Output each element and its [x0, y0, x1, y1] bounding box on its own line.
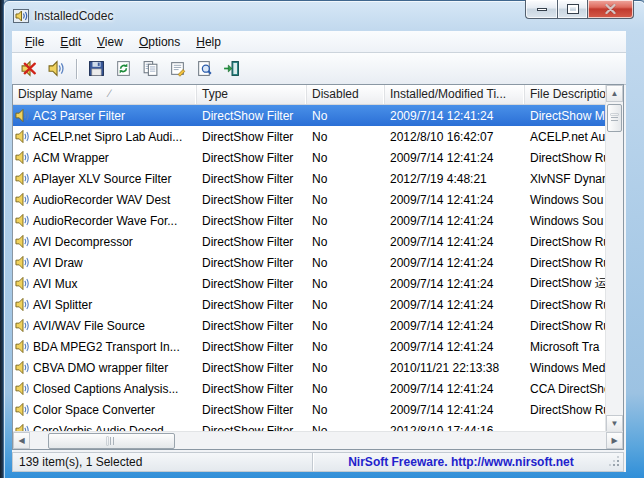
minimize-icon: [537, 8, 547, 11]
cell-installed: 2009/7/14 12:41:24: [385, 382, 525, 396]
codec-name: AudioRecorder Wave For...: [33, 214, 177, 228]
nirsoft-freeware-link[interactable]: NirSoft Freeware. http://www.nirsoft.net: [313, 455, 609, 469]
speaker-icon: [15, 339, 30, 354]
cell-type: DirectShow Filter: [197, 319, 307, 333]
table-body: AC3 Parser FilterDirectShow FilterNo2009…: [13, 105, 623, 435]
horizontal-scrollbar[interactable]: ◀ ▶: [13, 431, 623, 449]
table-row[interactable]: Closed Captions Analysis...DirectShow Fi…: [13, 378, 623, 399]
cell-installed: 2009/7/14 12:41:24: [385, 109, 525, 123]
speaker-icon: [15, 360, 30, 375]
scroll-right-button[interactable]: ▶: [606, 432, 623, 449]
menu-help[interactable]: Help: [188, 32, 229, 52]
item-count-status: 139 item(s), 1 Selected: [13, 453, 313, 471]
speaker-icon: [15, 297, 30, 312]
codec-name: AC3 Parser Filter: [33, 109, 125, 123]
table-row[interactable]: AVI MuxDirectShow FilterNo2009/7/14 12:4…: [13, 273, 623, 294]
speaker-muted-icon: [21, 60, 38, 77]
save-report-button[interactable]: [85, 57, 108, 80]
toolbar: [12, 53, 626, 85]
maximize-icon: [568, 5, 578, 13]
column-header-display-name[interactable]: Display Name∕: [13, 85, 197, 104]
speaker-icon: [15, 150, 30, 165]
cell-disabled: No: [307, 403, 385, 417]
cell-type: DirectShow Filter: [197, 403, 307, 417]
maximize-button[interactable]: [557, 0, 588, 19]
table-row[interactable]: CBVA DMO wrapper filterDirectShow Filter…: [13, 357, 623, 378]
vertical-scrollbar[interactable]: ▲ ▼: [605, 85, 623, 432]
cell-disabled: No: [307, 361, 385, 375]
codec-name: Closed Captions Analysis...: [33, 382, 178, 396]
window-controls: [525, 0, 634, 19]
scroll-left-button[interactable]: ◀: [13, 432, 30, 449]
cell-type: DirectShow Filter: [197, 172, 307, 186]
column-header-type[interactable]: Type: [197, 85, 307, 104]
column-header-label: Display Name: [18, 87, 93, 104]
menu-file[interactable]: File: [17, 32, 52, 52]
table-row[interactable]: APlayer XLV Source FilterDirectShow Filt…: [13, 168, 623, 189]
cell-display-name: AVI Mux: [13, 276, 197, 291]
vertical-scroll-thumb[interactable]: [607, 104, 622, 132]
cell-installed: 2010/11/21 22:13:38: [385, 361, 525, 375]
table-row[interactable]: AudioRecorder Wave For...DirectShow Filt…: [13, 210, 623, 231]
scroll-up-button[interactable]: ▲: [606, 85, 623, 102]
speaker-icon: [15, 381, 30, 396]
speaker-icon: [15, 129, 30, 144]
cell-type: DirectShow Filter: [197, 277, 307, 291]
cell-installed: 2012/7/19 4:48:21: [385, 172, 525, 186]
copy-button[interactable]: [139, 57, 162, 80]
cell-display-name: AC3 Parser Filter: [13, 108, 197, 123]
menu-options[interactable]: Options: [131, 32, 188, 52]
table-row[interactable]: AVI DrawDirectShow FilterNo2009/7/14 12:…: [13, 252, 623, 273]
title-bar[interactable]: InstalledCodec: [4, 1, 644, 31]
codec-name: AVI/WAV File Source: [33, 319, 145, 333]
codec-name: AVI Splitter: [33, 298, 92, 312]
enable-selected-codec-button[interactable]: [45, 57, 68, 80]
disable-selected-codec-button[interactable]: [18, 57, 41, 80]
cell-display-name: Color Space Converter: [13, 402, 197, 417]
menu-edit[interactable]: Edit: [52, 32, 89, 52]
status-bar: 139 item(s), 1 Selected NirSoft Freeware…: [12, 452, 624, 472]
table-row[interactable]: AVI/WAV File SourceDirectShow FilterNo20…: [13, 315, 623, 336]
scroll-down-button[interactable]: ▼: [606, 415, 623, 432]
find-button[interactable]: [193, 57, 216, 80]
horizontal-scroll-thumb[interactable]: [48, 433, 175, 449]
refresh-button[interactable]: [112, 57, 135, 80]
cell-disabled: No: [307, 193, 385, 207]
speaker-icon: [15, 171, 30, 186]
table-row[interactable]: AVI SplitterDirectShow FilterNo2009/7/14…: [13, 294, 623, 315]
table-row[interactable]: ACM WrapperDirectShow FilterNo2009/7/14 …: [13, 147, 623, 168]
column-header-label: Type: [202, 87, 228, 104]
cell-type: DirectShow Filter: [197, 214, 307, 228]
properties-button[interactable]: [166, 57, 189, 80]
table-row[interactable]: ACELP.net Sipro Lab Audi...DirectShow Fi…: [13, 126, 623, 147]
table-row[interactable]: BDA MPEG2 Transport In...DirectShow Filt…: [13, 336, 623, 357]
cell-type: DirectShow Filter: [197, 298, 307, 312]
cell-disabled: No: [307, 214, 385, 228]
cell-disabled: No: [307, 235, 385, 249]
cell-installed: 2009/7/14 12:41:24: [385, 403, 525, 417]
speaker-icon: [15, 276, 30, 291]
horizontal-scroll-track[interactable]: [30, 432, 606, 449]
cell-display-name: AVI Draw: [13, 255, 197, 270]
codec-name: Color Space Converter: [33, 403, 155, 417]
cell-type: DirectShow Filter: [197, 235, 307, 249]
menu-view[interactable]: View: [89, 32, 131, 52]
column-header-installed-modified-ti-[interactable]: Installed/Modified Ti...: [385, 85, 525, 104]
table-row[interactable]: AudioRecorder WAV DestDirectShow FilterN…: [13, 189, 623, 210]
table-row[interactable]: AC3 Parser FilterDirectShow FilterNo2009…: [13, 105, 623, 126]
column-header-disabled[interactable]: Disabled: [307, 85, 385, 104]
resize-grip-icon[interactable]: [609, 456, 621, 468]
cell-installed: 2009/7/14 12:41:24: [385, 298, 525, 312]
cell-installed: 2009/7/14 12:41:24: [385, 256, 525, 270]
refresh-icon: [115, 60, 132, 77]
minimize-button[interactable]: [525, 0, 557, 19]
cell-display-name: ACELP.net Sipro Lab Audi...: [13, 129, 197, 144]
cell-disabled: No: [307, 172, 385, 186]
codec-name: APlayer XLV Source Filter: [33, 172, 172, 186]
exit-button[interactable]: [220, 57, 243, 80]
copy-icon: [142, 60, 159, 77]
cell-disabled: No: [307, 340, 385, 354]
close-button[interactable]: [588, 0, 634, 19]
table-row[interactable]: AVI DecompressorDirectShow FilterNo2009/…: [13, 231, 623, 252]
table-row[interactable]: Color Space ConverterDirectShow FilterNo…: [13, 399, 623, 420]
